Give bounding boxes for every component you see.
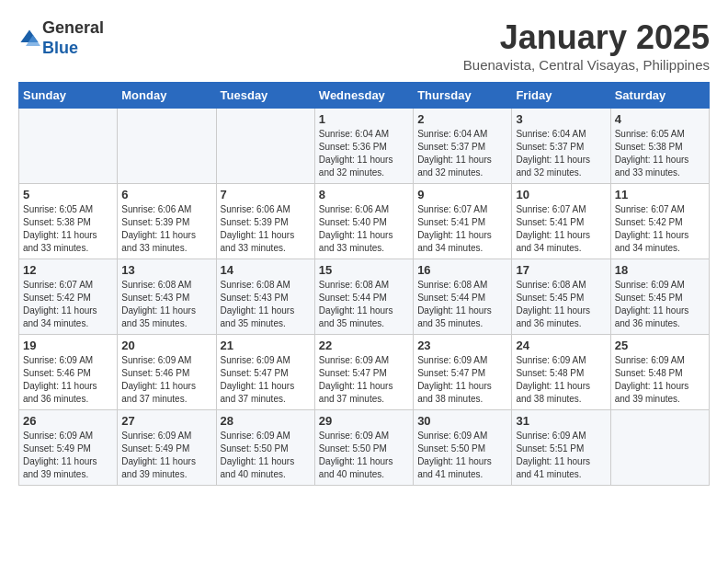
day-info: Sunrise: 6:09 AM Sunset: 5:46 PM Dayligh…	[23, 354, 113, 406]
calendar-cell	[216, 109, 314, 184]
day-info: Sunrise: 6:09 AM Sunset: 5:47 PM Dayligh…	[221, 354, 311, 406]
day-number: 22	[319, 339, 409, 352]
day-number: 27	[121, 414, 211, 428]
calendar-cell	[19, 109, 118, 184]
day-info: Sunrise: 6:07 AM Sunset: 5:41 PM Dayligh…	[417, 203, 507, 255]
calendar-cell: 1Sunrise: 6:04 AM Sunset: 5:36 PM Daylig…	[314, 109, 413, 184]
header-day: Monday	[118, 83, 216, 109]
header-day: Saturday	[610, 83, 709, 109]
header-day: Thursday	[414, 83, 512, 109]
day-number: 26	[23, 414, 113, 428]
day-number: 16	[417, 263, 507, 277]
day-info: Sunrise: 6:09 AM Sunset: 5:47 PM Dayligh…	[417, 354, 507, 406]
day-number: 17	[516, 263, 606, 277]
day-info: Sunrise: 6:06 AM Sunset: 5:39 PM Dayligh…	[221, 203, 311, 255]
day-info: Sunrise: 6:08 AM Sunset: 5:43 PM Dayligh…	[121, 279, 211, 330]
calendar-cell: 30Sunrise: 6:09 AM Sunset: 5:50 PM Dayli…	[414, 410, 512, 486]
calendar-cell: 2Sunrise: 6:04 AM Sunset: 5:37 PM Daylig…	[414, 109, 512, 184]
calendar-cell: 8Sunrise: 6:06 AM Sunset: 5:40 PM Daylig…	[314, 184, 413, 259]
calendar-cell: 15Sunrise: 6:08 AM Sunset: 5:44 PM Dayli…	[314, 259, 413, 335]
calendar-cell: 13Sunrise: 6:08 AM Sunset: 5:43 PM Dayli…	[118, 259, 216, 335]
day-number: 11	[615, 188, 705, 201]
calendar-cell: 20Sunrise: 6:09 AM Sunset: 5:46 PM Dayli…	[118, 335, 216, 410]
calendar-cell: 21Sunrise: 6:09 AM Sunset: 5:47 PM Dayli…	[216, 335, 314, 410]
month-title: January 2025	[463, 18, 710, 57]
day-info: Sunrise: 6:05 AM Sunset: 5:38 PM Dayligh…	[615, 128, 705, 179]
day-info: Sunrise: 6:09 AM Sunset: 5:49 PM Dayligh…	[121, 430, 211, 481]
calendar-cell: 17Sunrise: 6:08 AM Sunset: 5:45 PM Dayli…	[512, 259, 610, 335]
day-info: Sunrise: 6:08 AM Sunset: 5:44 PM Dayligh…	[417, 279, 507, 330]
calendar-week-row: 1Sunrise: 6:04 AM Sunset: 5:36 PM Daylig…	[19, 109, 710, 184]
day-number: 19	[23, 339, 113, 352]
title-block: January 2025 Buenavista, Central Visayas…	[463, 18, 710, 73]
header-row: SundayMondayTuesdayWednesdayThursdayFrid…	[19, 83, 710, 109]
day-info: Sunrise: 6:05 AM Sunset: 5:38 PM Dayligh…	[23, 203, 113, 255]
day-info: Sunrise: 6:09 AM Sunset: 5:49 PM Dayligh…	[23, 430, 113, 481]
location-subtitle: Buenavista, Central Visayas, Philippines	[463, 57, 710, 73]
calendar-cell: 6Sunrise: 6:06 AM Sunset: 5:39 PM Daylig…	[118, 184, 216, 259]
day-number: 10	[516, 188, 606, 201]
day-number: 8	[319, 188, 409, 201]
day-info: Sunrise: 6:09 AM Sunset: 5:46 PM Dayligh…	[121, 354, 211, 406]
day-info: Sunrise: 6:09 AM Sunset: 5:50 PM Dayligh…	[417, 430, 507, 481]
calendar-cell: 11Sunrise: 6:07 AM Sunset: 5:42 PM Dayli…	[610, 184, 709, 259]
logo: General Blue	[18, 18, 104, 58]
day-info: Sunrise: 6:08 AM Sunset: 5:44 PM Dayligh…	[319, 279, 409, 330]
calendar-cell: 29Sunrise: 6:09 AM Sunset: 5:50 PM Dayli…	[314, 410, 413, 486]
day-number: 18	[615, 263, 705, 277]
calendar-body: 1Sunrise: 6:04 AM Sunset: 5:36 PM Daylig…	[19, 109, 710, 486]
day-number: 31	[516, 414, 606, 428]
day-info: Sunrise: 6:04 AM Sunset: 5:37 PM Dayligh…	[417, 128, 507, 179]
header-day: Friday	[512, 83, 610, 109]
calendar-cell: 10Sunrise: 6:07 AM Sunset: 5:41 PM Dayli…	[512, 184, 610, 259]
logo-blue: Blue	[42, 39, 78, 57]
day-info: Sunrise: 6:09 AM Sunset: 5:50 PM Dayligh…	[221, 430, 311, 481]
calendar-cell: 4Sunrise: 6:05 AM Sunset: 5:38 PM Daylig…	[610, 109, 709, 184]
day-number: 21	[221, 339, 311, 352]
day-info: Sunrise: 6:09 AM Sunset: 5:45 PM Dayligh…	[615, 279, 705, 330]
calendar-cell: 16Sunrise: 6:08 AM Sunset: 5:44 PM Dayli…	[414, 259, 512, 335]
calendar-cell: 26Sunrise: 6:09 AM Sunset: 5:49 PM Dayli…	[19, 410, 118, 486]
calendar-cell: 24Sunrise: 6:09 AM Sunset: 5:48 PM Dayli…	[512, 335, 610, 410]
day-number: 30	[417, 414, 507, 428]
logo-general: General	[42, 18, 104, 37]
calendar-cell: 19Sunrise: 6:09 AM Sunset: 5:46 PM Dayli…	[19, 335, 118, 410]
calendar-cell: 3Sunrise: 6:04 AM Sunset: 5:37 PM Daylig…	[512, 109, 610, 184]
calendar-week-row: 19Sunrise: 6:09 AM Sunset: 5:46 PM Dayli…	[19, 335, 710, 410]
day-info: Sunrise: 6:07 AM Sunset: 5:41 PM Dayligh…	[516, 203, 606, 255]
calendar-cell: 18Sunrise: 6:09 AM Sunset: 5:45 PM Dayli…	[610, 259, 709, 335]
logo-icon	[18, 28, 40, 50]
day-number: 2	[417, 112, 507, 126]
day-number: 5	[23, 188, 113, 201]
header-day: Sunday	[19, 83, 118, 109]
calendar-cell: 9Sunrise: 6:07 AM Sunset: 5:41 PM Daylig…	[414, 184, 512, 259]
calendar-cell: 28Sunrise: 6:09 AM Sunset: 5:50 PM Dayli…	[216, 410, 314, 486]
day-info: Sunrise: 6:08 AM Sunset: 5:43 PM Dayligh…	[221, 279, 311, 330]
day-number: 14	[221, 263, 311, 277]
calendar-cell: 5Sunrise: 6:05 AM Sunset: 5:38 PM Daylig…	[19, 184, 118, 259]
day-info: Sunrise: 6:06 AM Sunset: 5:39 PM Dayligh…	[121, 203, 211, 255]
calendar-cell: 22Sunrise: 6:09 AM Sunset: 5:47 PM Dayli…	[314, 335, 413, 410]
header-day: Tuesday	[216, 83, 314, 109]
day-number: 1	[319, 112, 409, 126]
calendar-cell: 23Sunrise: 6:09 AM Sunset: 5:47 PM Dayli…	[414, 335, 512, 410]
calendar-cell	[118, 109, 216, 184]
calendar-cell: 12Sunrise: 6:07 AM Sunset: 5:42 PM Dayli…	[19, 259, 118, 335]
day-number: 15	[319, 263, 409, 277]
calendar-cell: 31Sunrise: 6:09 AM Sunset: 5:51 PM Dayli…	[512, 410, 610, 486]
day-number: 9	[417, 188, 507, 201]
calendar-cell: 25Sunrise: 6:09 AM Sunset: 5:48 PM Dayli…	[610, 335, 709, 410]
day-info: Sunrise: 6:09 AM Sunset: 5:51 PM Dayligh…	[516, 430, 606, 481]
day-info: Sunrise: 6:07 AM Sunset: 5:42 PM Dayligh…	[615, 203, 705, 255]
day-info: Sunrise: 6:07 AM Sunset: 5:42 PM Dayligh…	[23, 279, 113, 330]
day-number: 28	[221, 414, 311, 428]
calendar-week-row: 26Sunrise: 6:09 AM Sunset: 5:49 PM Dayli…	[19, 410, 710, 486]
day-number: 20	[121, 339, 211, 352]
day-number: 13	[121, 263, 211, 277]
calendar-week-row: 5Sunrise: 6:05 AM Sunset: 5:38 PM Daylig…	[19, 184, 710, 259]
calendar-cell: 27Sunrise: 6:09 AM Sunset: 5:49 PM Dayli…	[118, 410, 216, 486]
day-info: Sunrise: 6:08 AM Sunset: 5:45 PM Dayligh…	[516, 279, 606, 330]
day-info: Sunrise: 6:04 AM Sunset: 5:37 PM Dayligh…	[516, 128, 606, 179]
day-info: Sunrise: 6:09 AM Sunset: 5:47 PM Dayligh…	[319, 354, 409, 406]
day-number: 29	[319, 414, 409, 428]
